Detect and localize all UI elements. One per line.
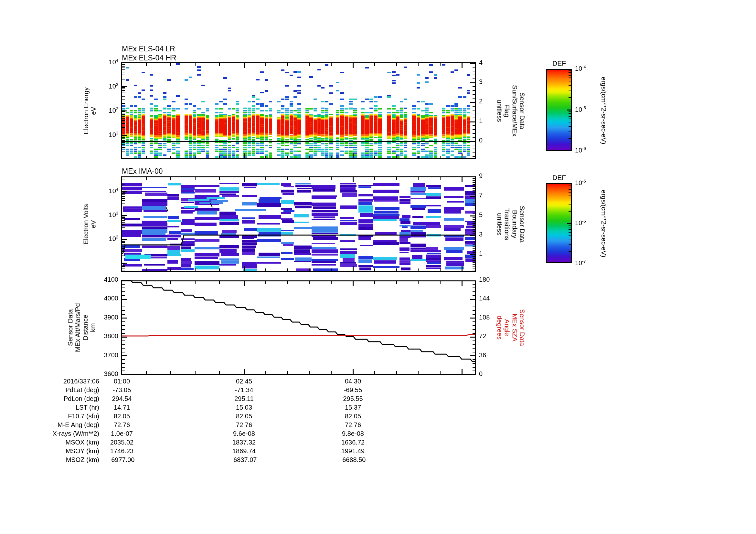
colorbar1-tick-label: 10-5 [575,106,586,113]
table-cell: -69.55 [317,387,389,393]
els-y2tick-label: 2 [479,98,483,104]
els-y2tick-label: 1 [479,117,483,124]
els-spectrogram-panel [121,62,476,159]
els-ytick-label: 101 [109,131,118,138]
ima-colorbar [546,183,572,263]
table-cell: 82.05 [317,413,389,419]
alt-y2tick-label: 72 [479,333,486,339]
alt-y2tick-label: 108 [479,314,490,320]
table-cell: 72.76 [317,421,389,428]
ima-y2tick-label: 7 [479,192,483,198]
ima-ytick-label: 103 [109,211,118,218]
x-axis-tick-label: 02:45 [208,378,280,384]
table-row-label: M-E Ang (deg) [9,421,99,428]
alt-ytick-label: 3900 [104,314,119,320]
alt-y2tick-label: 180 [479,276,490,283]
ima-y2tick-label: 1 [479,250,483,257]
colorbar1-tick-label: 10-4 [575,64,586,72]
table-row-label: MSOY (km) [9,448,99,454]
table-cell: 82.05 [208,413,280,419]
table-row-label: MSOZ (km) [9,456,99,463]
table-cell: 82.05 [86,413,157,419]
table-cell: 1746.23 [86,448,157,454]
alt-y-axis-label: Sensor Data MEx Alt/Mars/Pd Distance km [66,303,96,352]
els-colorbar [546,69,572,151]
table-cell: 295.11 [208,395,280,402]
colorbar2-tick-label: 10-6 [575,219,586,226]
table-cell: -6688.50 [317,456,389,463]
table-cell: -6977.00 [86,456,157,463]
x-axis-tick-label: 01:00 [86,378,157,384]
table-cell: 1.0e-07 [86,430,157,437]
ima-title: MEx IMA-00 [122,167,163,176]
table-cell: 15.37 [317,404,389,411]
colorbar1-tick-label: 10-6 [575,146,586,153]
x-axis-date-label: 2016/337:06 [9,378,99,384]
table-cell: 1991.49 [317,448,389,454]
els-y2tick-label: 0 [479,137,483,143]
ima-spectrogram-panel [121,176,476,272]
table-cell: 1636.72 [317,439,389,445]
els-title-hr: MEx ELS-04 HR [122,54,176,62]
table-cell: -73.05 [86,387,157,393]
els-y2tick-label: 3 [479,79,483,85]
table-cell: 1869.74 [208,448,280,454]
table-row-label: PdLat (deg) [9,387,99,393]
els-right-axis-label: Sensor Data Sun/Surface/MEx Flag unitles… [496,85,526,137]
ima-y2tick-label: 9 [479,172,483,179]
ima-ytick-label: 104 [109,187,118,194]
mex-orbit-plot-page: MEx ELS-04 LR MEx ELS-04 HR MEx IMA-00 E… [0,0,756,534]
alt-ytick-label: 4000 [104,295,119,301]
ima-right-axis-label: Sensor Data Boundary Transitions unitles… [496,206,526,242]
table-cell: 72.76 [208,421,280,428]
colorbar2-tick-label: 10-5 [575,179,586,186]
els-y-axis-label: Electron Energy eV [82,87,97,134]
table-cell: 9.8e-08 [317,430,389,437]
alt-y2tick-label: 144 [479,295,490,301]
colorbar1-unit-label: ergs/(cm**2-sr-sec-eV) [600,77,607,144]
ima-y2tick-label: 5 [479,212,483,218]
table-row-label: X-rays (W/m**2) [9,430,99,437]
altitude-sza-line-panel [121,280,476,375]
table-row-label: LST (hr) [9,404,99,411]
els-ytick-label: 102 [109,107,118,114]
colorbar1-title: DEF [546,60,572,67]
table-cell: 1837.32 [208,439,280,445]
ima-ytick-label: 102 [109,235,118,242]
els-y2tick-label: 4 [479,59,483,65]
table-cell: 294.54 [86,395,157,402]
alt-ytick-label: 4100 [104,276,119,283]
table-row-label: PdLon (deg) [9,395,99,402]
table-cell: -6837.07 [208,456,280,463]
table-cell: 15.03 [208,404,280,411]
table-row-label: F10.7 (sfu) [9,413,99,419]
alt-y2tick-label: 0 [479,370,483,377]
els-ytick-label: 104 [109,58,118,65]
table-cell: -71.34 [208,387,280,393]
ima-y2tick-label: 3 [479,231,483,238]
alt-y2tick-label: 36 [479,352,486,358]
table-row-label: MSOX (km) [9,439,99,445]
table-cell: 2035.02 [86,439,157,445]
sza-right-axis-label: Sensor Data MEx SZA Angle degrees [496,309,526,346]
alt-ytick-label: 3700 [104,352,119,358]
els-ytick-label: 103 [109,82,118,89]
x-axis-tick-label: 04:30 [317,378,389,384]
ima-y-axis-label: Electron Volts eV [82,204,97,244]
table-cell: 295.55 [317,395,389,402]
table-cell: 14.71 [86,404,157,411]
els-title-lr: MEx ELS-04 LR [122,44,175,53]
colorbar2-tick-label: 10-7 [575,259,586,266]
table-cell: 72.76 [86,421,157,428]
table-cell: 9.6e-08 [208,430,280,437]
alt-ytick-label: 3600 [104,370,119,377]
alt-ytick-label: 3800 [104,333,119,339]
colorbar2-title: DEF [546,174,572,182]
colorbar2-unit-label: ergs/(cm**2-sr-sec-eV) [600,190,607,257]
